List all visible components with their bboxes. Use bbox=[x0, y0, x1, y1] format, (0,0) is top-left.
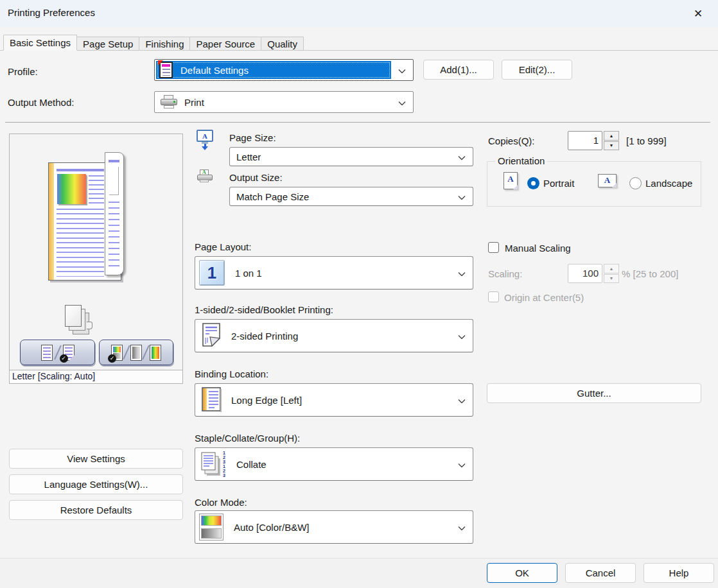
scaling-label: Scaling: bbox=[488, 268, 522, 279]
page-layout-label: Page Layout: bbox=[195, 241, 251, 252]
scaling-spinner: 100 ▲ ▼ bbox=[568, 264, 619, 283]
page-size-label: Page Size: bbox=[229, 132, 276, 143]
orientation-label: Orientation bbox=[495, 155, 547, 166]
slash-divider bbox=[142, 345, 150, 360]
output-size-label: Output Size: bbox=[229, 172, 283, 183]
color-toggle-button[interactable]: ✓ bbox=[99, 340, 173, 365]
output-size-icon: A bbox=[197, 169, 213, 184]
output-method-dropdown[interactable]: Print bbox=[154, 91, 414, 113]
manual-scaling-label: Manual Scaling bbox=[505, 243, 571, 254]
auto-color-icon: ✓ bbox=[111, 345, 123, 361]
auto-color-bw-icon bbox=[199, 514, 223, 540]
staple-label: Staple/Collate/Group(H): bbox=[195, 433, 300, 444]
duplex-dropdown[interactable]: 2-sided Printing bbox=[195, 319, 473, 352]
spin-up-icon[interactable]: ▲ bbox=[604, 131, 619, 141]
tab-page-setup[interactable]: Page Setup bbox=[76, 37, 139, 51]
window-title: Printing Preferences bbox=[8, 7, 95, 18]
restore-defaults-button[interactable]: Restore Defaults bbox=[9, 500, 183, 520]
output-size-dropdown[interactable]: Match Page Size bbox=[229, 187, 473, 206]
page-size-dropdown[interactable]: Letter bbox=[229, 147, 473, 166]
origin-at-center-checkbox bbox=[488, 291, 499, 302]
language-settings-button[interactable]: Language Settings(W)... bbox=[9, 474, 183, 494]
view-settings-button[interactable]: View Settings bbox=[9, 449, 183, 469]
output-method-value: Print bbox=[184, 97, 204, 108]
printing-preferences-dialog: Printing Preferences ✕ Basic Settings Pa… bbox=[0, 0, 718, 588]
color-mode-dropdown[interactable]: Auto [Color/B&W] bbox=[195, 510, 473, 544]
landscape-label: Landscape bbox=[645, 178, 692, 189]
sided-toggle-button[interactable]: ✓ bbox=[20, 340, 95, 365]
two-sided-printing-icon bbox=[201, 322, 222, 350]
tab-strip: Basic Settings Page Setup Finishing Pape… bbox=[3, 35, 303, 51]
page-size-icon: A bbox=[197, 130, 214, 150]
chevron-down-icon bbox=[458, 459, 466, 470]
copies-range: [1 to 999] bbox=[626, 135, 667, 146]
binding-value: Long Edge [Left] bbox=[231, 395, 302, 406]
help-button[interactable]: Help bbox=[644, 563, 714, 583]
chevron-down-icon bbox=[458, 522, 466, 533]
printer-icon bbox=[161, 95, 177, 109]
gutter-button[interactable]: Gutter... bbox=[487, 383, 701, 403]
portrait-radio[interactable] bbox=[527, 177, 539, 189]
origin-at-center-label: Origin at Center(5) bbox=[504, 292, 584, 303]
duplex-label: 1-sided/2-sided/Booklet Printing: bbox=[195, 304, 333, 315]
profile-value: Default Settings bbox=[180, 65, 249, 76]
preview-panel: ✓ ✓ bbox=[9, 134, 183, 370]
chevron-down-icon bbox=[398, 65, 406, 76]
spin-up-icon: ▲ bbox=[604, 264, 619, 273]
one-sided-icon bbox=[41, 345, 53, 361]
profile-label: Profile: bbox=[8, 66, 38, 77]
spin-down-icon[interactable]: ▼ bbox=[604, 141, 619, 151]
preview-image bbox=[57, 174, 86, 204]
close-icon[interactable]: ✕ bbox=[688, 4, 708, 22]
chevron-down-icon bbox=[458, 331, 466, 342]
preview-status-text: Letter [Scaling: Auto] bbox=[9, 370, 183, 384]
staple-value: Collate bbox=[236, 459, 267, 470]
ok-button[interactable]: OK bbox=[487, 563, 557, 583]
slash-divider bbox=[123, 345, 130, 360]
staple-dropdown[interactable]: 123123 Collate bbox=[195, 447, 473, 481]
copies-input[interactable]: 1 bbox=[568, 131, 602, 150]
page-layout-dropdown[interactable]: 1 1 on 1 bbox=[195, 256, 473, 290]
tab-quality[interactable]: Quality bbox=[261, 37, 304, 51]
copies-label: Copies(Q): bbox=[488, 135, 535, 146]
profile-icon bbox=[159, 62, 173, 78]
separator bbox=[5, 122, 710, 123]
tab-basic-settings[interactable]: Basic Settings bbox=[3, 35, 77, 51]
chevron-down-icon bbox=[458, 151, 466, 162]
binding-label: Binding Location: bbox=[195, 368, 268, 379]
title-bar: Printing Preferences ✕ bbox=[0, 0, 718, 27]
output-size-value: Match Page Size bbox=[236, 191, 309, 202]
tab-paper-source[interactable]: Paper Source bbox=[189, 37, 261, 51]
tab-finishing[interactable]: Finishing bbox=[139, 37, 190, 51]
long-edge-left-icon bbox=[201, 386, 222, 414]
scaling-input: 100 bbox=[568, 264, 602, 283]
preview-back-page bbox=[105, 152, 124, 275]
portrait-label: Portrait bbox=[543, 178, 574, 189]
copies-spinner[interactable]: 1 ▲ ▼ bbox=[568, 131, 619, 150]
binding-dropdown[interactable]: Long Edge [Left] bbox=[195, 383, 473, 417]
add-profile-button[interactable]: Add(1)... bbox=[423, 60, 494, 80]
grayscale-icon bbox=[130, 345, 142, 361]
orientation-group: Orientation A Portrait A Landscape bbox=[487, 161, 701, 207]
portrait-page-icon: A bbox=[503, 172, 518, 189]
duplex-value: 2-sided Printing bbox=[231, 331, 298, 342]
cancel-button[interactable]: Cancel bbox=[565, 563, 636, 583]
chevron-down-icon bbox=[458, 268, 466, 279]
output-method-label: Output Method: bbox=[8, 97, 74, 108]
landscape-radio[interactable] bbox=[629, 177, 642, 189]
manual-scaling-checkbox[interactable] bbox=[488, 242, 499, 253]
page-layout-value: 1 on 1 bbox=[235, 268, 262, 279]
color-mode-label: Color Mode: bbox=[195, 497, 247, 508]
chevron-down-icon bbox=[458, 191, 466, 202]
chevron-down-icon bbox=[458, 395, 466, 406]
profile-dropdown[interactable]: Default Settings bbox=[154, 59, 414, 81]
check-badge-icon: ✓ bbox=[108, 354, 116, 363]
profile-selected-item: Default Settings bbox=[156, 61, 391, 79]
edit-profile-button[interactable]: Edit(2)... bbox=[502, 60, 572, 80]
spin-down-icon: ▼ bbox=[604, 274, 619, 284]
scaling-range: % [25 to 200] bbox=[622, 268, 678, 279]
collate-icon: 123123 bbox=[199, 451, 227, 478]
color-icon bbox=[150, 345, 161, 361]
pages-stack-icon bbox=[65, 305, 94, 336]
chevron-down-icon bbox=[398, 97, 406, 108]
